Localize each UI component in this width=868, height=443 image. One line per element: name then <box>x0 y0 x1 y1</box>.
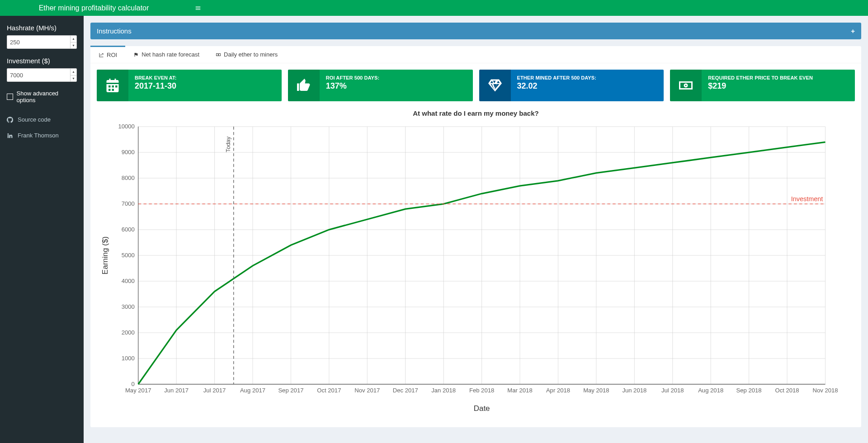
hashrate-label: Hashrate (MH/s) <box>7 24 77 32</box>
show-advanced-toggle[interactable]: Show advanced options <box>7 90 77 104</box>
card-reqprice: REQUIRED ETHER PRICE TO BREAK EVEN $219 <box>670 70 855 101</box>
roi-chart: 0100020003000400050006000700080009000100… <box>97 121 855 417</box>
tab-roi-label: ROI <box>107 52 117 58</box>
card-mined-value: 32.02 <box>517 81 658 91</box>
tab-forecast[interactable]: Net hash rate forecast <box>125 46 208 63</box>
linkedin-icon <box>7 132 13 139</box>
svg-text:May 2018: May 2018 <box>583 387 609 394</box>
svg-text:Feb 2018: Feb 2018 <box>469 387 494 394</box>
svg-text:5000: 5000 <box>122 252 135 259</box>
svg-text:Aug 2017: Aug 2017 <box>240 387 265 394</box>
card-roi-value: 137% <box>326 81 467 91</box>
app-title: Ether mining profitability calculator <box>0 0 188 16</box>
tab-daily-label: Daily ether to miners <box>224 51 278 58</box>
checkbox-icon <box>7 94 13 100</box>
svg-text:Jun 2018: Jun 2018 <box>622 387 646 394</box>
author-link[interactable]: Frank Thomson <box>7 127 77 143</box>
card-breakeven-value: 2017-11-30 <box>135 81 275 91</box>
hashrate-input[interactable] <box>7 37 70 47</box>
hashrate-spinner: ▲ ▼ <box>70 36 76 48</box>
svg-text:3000: 3000 <box>122 303 135 310</box>
tab-roi[interactable]: ROI <box>90 46 125 63</box>
svg-text:9000: 9000 <box>122 149 135 156</box>
plus-icon: + <box>851 27 855 35</box>
svg-text:May 2017: May 2017 <box>125 387 151 394</box>
main-panel: ROI Net hash rate forecast Daily ether t… <box>90 46 861 427</box>
svg-text:Oct 2018: Oct 2018 <box>775 387 799 394</box>
investment-input[interactable] <box>7 70 70 80</box>
svg-text:Sep 2018: Sep 2018 <box>736 387 762 394</box>
svg-text:2000: 2000 <box>122 329 135 336</box>
diamond-icon <box>487 77 503 94</box>
investment-step-up[interactable]: ▲ <box>71 69 76 75</box>
investment-spinner: ▲ ▼ <box>70 69 76 81</box>
toggle-sidebar-button[interactable] <box>188 0 208 16</box>
instructions-title: Instructions <box>97 27 132 35</box>
tab-forecast-label: Net hash rate forecast <box>142 51 199 58</box>
source-code-label: Source code <box>18 116 51 123</box>
show-advanced-label: Show advanced options <box>17 90 77 104</box>
svg-text:Investment: Investment <box>791 195 823 203</box>
card-roi: ROI AFTER 500 DAYS: 137% <box>288 70 473 101</box>
calendar-icon <box>104 77 121 94</box>
app-header: Ether mining profitability calculator <box>0 0 868 16</box>
tab-bar: ROI Net hash rate forecast Daily ether t… <box>90 46 861 63</box>
investment-step-down[interactable]: ▼ <box>71 75 76 82</box>
chart-container: At what rate do I earn my money back? 01… <box>90 109 861 427</box>
github-icon <box>7 117 13 123</box>
main-content: Instructions + ROI Net hash rate forecas… <box>84 16 868 434</box>
svg-text:Nov 2018: Nov 2018 <box>812 387 838 394</box>
svg-text:Jun 2017: Jun 2017 <box>164 387 189 394</box>
card-mined: ETHER MINED AFTER 500 DAYS: 32.02 <box>479 70 664 101</box>
svg-text:Earning ($): Earning ($) <box>101 236 109 274</box>
svg-text:1000: 1000 <box>122 355 135 362</box>
investment-label: Investment ($) <box>7 57 77 65</box>
chart-line-icon <box>99 52 104 58</box>
card-reqprice-title: REQUIRED ETHER PRICE TO BREAK EVEN <box>708 75 849 80</box>
chart-title: At what rate do I earn my money back? <box>97 109 855 117</box>
svg-text:Date: Date <box>474 404 490 413</box>
svg-text:Jul 2018: Jul 2018 <box>661 387 684 394</box>
svg-text:Jul 2017: Jul 2017 <box>203 387 226 394</box>
svg-text:Aug 2018: Aug 2018 <box>698 387 723 394</box>
sidebar: Hashrate (MH/s) ▲ ▼ Investment ($) ▲ ▼ S… <box>0 16 84 434</box>
card-breakeven-title: BREAK EVEN AT: <box>135 75 275 80</box>
hamburger-icon <box>195 5 201 11</box>
money-icon <box>216 52 221 57</box>
summary-cards: BREAK EVEN AT: 2017-11-30 ROI AFTER 500 … <box>90 63 861 108</box>
hashrate-input-wrap: ▲ ▼ <box>7 35 77 49</box>
svg-text:Jan 2018: Jan 2018 <box>431 387 456 394</box>
svg-text:4000: 4000 <box>122 278 135 284</box>
hashrate-step-down[interactable]: ▼ <box>71 42 76 49</box>
tab-daily[interactable]: Daily ether to miners <box>208 46 286 63</box>
card-breakeven: BREAK EVEN AT: 2017-11-30 <box>97 70 282 101</box>
svg-text:8000: 8000 <box>122 174 135 181</box>
card-roi-title: ROI AFTER 500 DAYS: <box>326 75 467 80</box>
svg-text:10000: 10000 <box>118 123 134 130</box>
svg-text:6000: 6000 <box>122 226 135 233</box>
source-code-link[interactable]: Source code <box>7 112 77 127</box>
money-bill-icon <box>678 77 694 94</box>
card-reqprice-value: $219 <box>708 81 849 91</box>
svg-text:Today: Today <box>225 136 231 152</box>
svg-text:0: 0 <box>132 381 135 387</box>
svg-text:Oct 2017: Oct 2017 <box>317 387 341 394</box>
svg-text:7000: 7000 <box>122 200 135 207</box>
instructions-accordion[interactable]: Instructions + <box>90 23 861 39</box>
flag-icon <box>133 52 139 57</box>
svg-text:Sep 2017: Sep 2017 <box>278 387 303 394</box>
investment-input-wrap: ▲ ▼ <box>7 68 77 82</box>
thumbs-up-icon <box>296 77 312 94</box>
card-mined-title: ETHER MINED AFTER 500 DAYS: <box>517 75 658 80</box>
svg-text:Dec 2017: Dec 2017 <box>393 387 418 394</box>
svg-text:Apr 2018: Apr 2018 <box>546 387 570 394</box>
svg-text:Mar 2018: Mar 2018 <box>507 387 532 394</box>
hashrate-step-up[interactable]: ▲ <box>71 36 76 42</box>
author-label: Frank Thomson <box>18 132 59 139</box>
svg-text:Nov 2017: Nov 2017 <box>354 387 380 394</box>
